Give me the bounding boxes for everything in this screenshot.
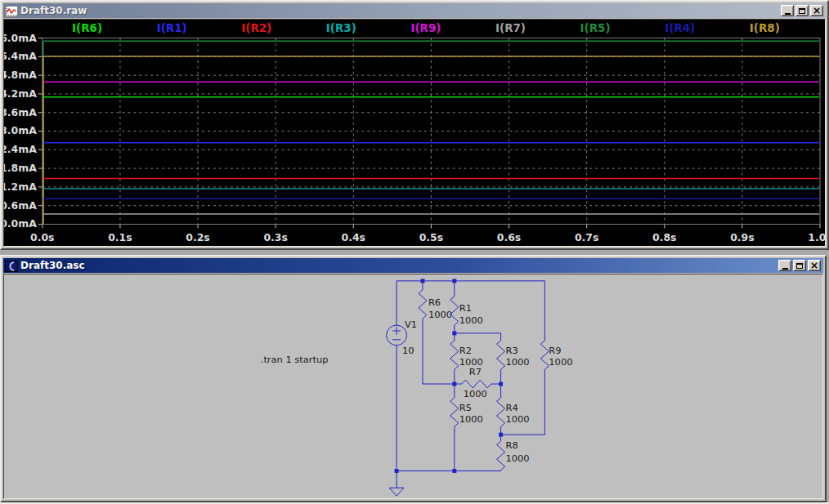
resistor-R4[interactable]: R4 1000 xyxy=(497,384,530,435)
minimize-button[interactable] xyxy=(781,5,794,16)
resistor-body xyxy=(450,384,459,471)
resistor-body xyxy=(540,281,549,435)
waveform-plot: 0.0s0.1s0.2s0.3s0.4s0.5s0.6s0.7s0.8s0.9s… xyxy=(4,20,825,246)
resistor-name: R6 xyxy=(428,297,441,308)
x-tick-label: 0.4s xyxy=(342,232,365,243)
legend-item-I(R8)[interactable]: I(R8) xyxy=(750,22,780,34)
y-tick-label: 0.6mA xyxy=(4,200,37,212)
resistor-name: R2 xyxy=(459,345,472,356)
source-name: V1 xyxy=(405,319,417,330)
y-tick-label: 1.8mA xyxy=(4,163,37,174)
x-tick-label: 0.2s xyxy=(186,232,209,243)
y-tick-label: 1.2mA xyxy=(4,181,37,193)
legend-item-I(R6)[interactable]: I(R6) xyxy=(72,22,102,34)
y-tick-label: 2.4mA xyxy=(4,144,37,155)
x-tick-label: 1.0s xyxy=(808,232,825,243)
resistor-R7[interactable]: R7 1000 xyxy=(455,366,501,399)
resistor-R9[interactable]: R9 1000 xyxy=(540,281,572,435)
schematic-canvas: V1 10 R6 1000 R1 1000 R2 1000 R3 xyxy=(4,274,822,498)
maximize-button[interactable] xyxy=(795,5,809,16)
y-tick-label: 0.0mA xyxy=(4,218,37,230)
raw-window-titlebar[interactable]: Draft30.raw × xyxy=(3,3,826,18)
voltage-source-V1[interactable]: V1 10 xyxy=(387,319,418,355)
resistor-body xyxy=(455,380,501,388)
resistor-body xyxy=(450,333,459,384)
waveform-icon xyxy=(5,5,18,16)
legend-item-I(R4)[interactable]: I(R4) xyxy=(665,22,695,34)
spice-directive[interactable]: .tran 1 startup xyxy=(261,354,329,365)
resistor-value: 1000 xyxy=(428,309,452,320)
x-tick-label: 0.3s xyxy=(263,232,287,243)
raw-window-controls: × xyxy=(781,5,823,16)
maximize-icon xyxy=(799,8,805,14)
y-tick-label: 4.2mA xyxy=(4,88,37,100)
minimize-icon xyxy=(782,268,788,270)
resistor-value: 1000 xyxy=(549,356,572,368)
resistor-value: 1000 xyxy=(506,356,530,368)
x-tick-label: 0.8s xyxy=(652,232,676,243)
legend-item-I(R2)[interactable]: I(R2) xyxy=(241,22,271,34)
y-tick-label: 4.8mA xyxy=(4,69,37,81)
legend-item-I(R5)[interactable]: I(R5) xyxy=(580,22,611,34)
source-value: 10 xyxy=(402,345,414,356)
schematic-icon xyxy=(5,260,18,271)
x-tick-label: 0.9s xyxy=(730,232,754,243)
ltspice-app: { "windows": { "raw": { "title": "Draft3… xyxy=(0,0,829,504)
y-tick-label: 3.6mA xyxy=(4,107,37,118)
x-tick-label: 0.0s xyxy=(30,232,54,243)
x-tick-label: 0.5s xyxy=(419,232,443,243)
resistor-body xyxy=(450,281,459,333)
resistor-value: 1000 xyxy=(506,413,530,425)
legend-item-I(R3)[interactable]: I(R3) xyxy=(326,22,356,34)
resistor-R6[interactable]: R6 1000 xyxy=(419,281,455,384)
legend-item-I(R7)[interactable]: I(R7) xyxy=(495,22,526,34)
asc-window-titlebar[interactable]: Draft30.asc × xyxy=(3,258,823,273)
maximize-icon xyxy=(796,263,803,269)
asc-window-title: Draft30.asc xyxy=(20,260,776,271)
resistor-name: R7 xyxy=(469,366,482,377)
maximize-button[interactable] xyxy=(793,260,806,271)
x-tick-label: 0.6s xyxy=(497,232,521,243)
wire-junctions xyxy=(395,279,503,473)
resistor-name: R5 xyxy=(459,402,472,413)
close-button[interactable]: × xyxy=(810,5,823,16)
resistor-value: 1000 xyxy=(459,314,483,326)
resistor-value: 1000 xyxy=(464,388,487,399)
waveform-window: Draft30.raw × 0.0s0.1s0.2s0.3s0.4s0.5s0.… xyxy=(0,0,829,250)
raw-window-title: Draft30.raw xyxy=(20,5,778,16)
resistor-body xyxy=(497,384,505,435)
resistor-name: R4 xyxy=(506,402,518,413)
minimize-icon xyxy=(785,13,791,15)
resistor-name: R3 xyxy=(506,345,518,356)
resistor-name: R9 xyxy=(549,345,561,356)
y-tick-label: 5.4mA xyxy=(4,51,37,62)
legend-item-I(R9)[interactable]: I(R9) xyxy=(410,22,441,34)
ground-icon[interactable] xyxy=(389,488,404,496)
legend-item-I(R1)[interactable]: I(R1) xyxy=(157,22,187,34)
resistor-name: R8 xyxy=(506,439,518,451)
resistor-R1[interactable]: R1 1000 xyxy=(450,281,483,333)
resistor-value: 1000 xyxy=(459,413,483,425)
minimize-button[interactable] xyxy=(778,260,791,271)
close-icon: × xyxy=(810,261,818,270)
y-tick-label: 3.0mA xyxy=(4,126,37,137)
close-button[interactable]: × xyxy=(808,260,821,271)
close-icon: × xyxy=(813,7,821,15)
resistor-name: R1 xyxy=(459,302,472,314)
resistor-body xyxy=(497,435,505,471)
resistor-R3[interactable]: R3 1000 xyxy=(497,333,530,384)
schematic-pane[interactable]: V1 10 R6 1000 R1 1000 R2 1000 R3 xyxy=(3,274,823,499)
x-tick-label: 0.7s xyxy=(575,232,598,243)
schematic-window: Draft30.asc × V1 10 R6 1000 xyxy=(0,255,827,502)
resistor-R8[interactable]: R8 1000 xyxy=(497,435,530,471)
asc-window-controls: × xyxy=(778,260,821,271)
waveform-pane[interactable]: 0.0s0.1s0.2s0.3s0.4s0.5s0.6s0.7s0.8s0.9s… xyxy=(3,19,826,247)
y-tick-label: 6.0mA xyxy=(4,33,37,44)
plus-icon xyxy=(392,327,401,335)
x-tick-label: 0.1s xyxy=(108,232,132,243)
resistor-body xyxy=(497,333,505,384)
resistor-value: 1000 xyxy=(506,453,530,464)
